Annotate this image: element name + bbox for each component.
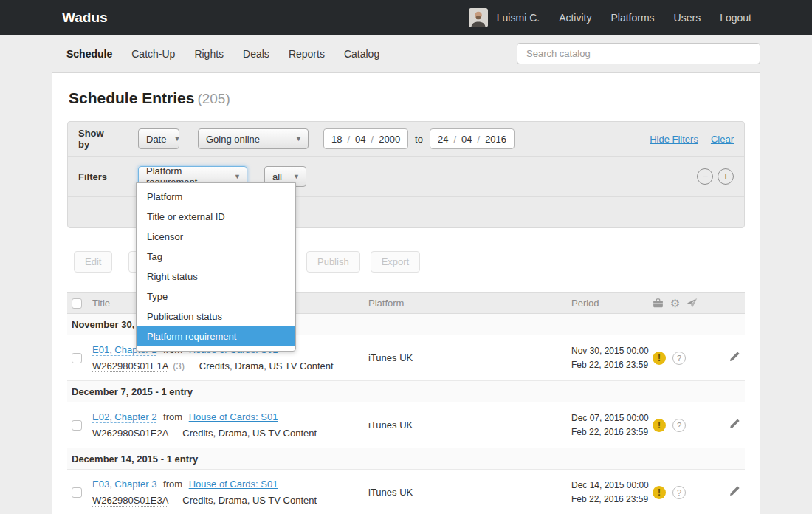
topbar: Wadus Luismi C. Activity Platforms Users… <box>0 0 812 35</box>
nav-users[interactable]: Users <box>674 12 701 24</box>
external-id: W262980S01E3A <box>92 495 168 507</box>
dropdown-item-selected[interactable]: Platform requirement <box>137 326 295 346</box>
chevron-down-icon: ▼ <box>295 135 302 143</box>
period-start: Dec 14, 2015 00:00 <box>571 479 653 493</box>
avatar-image <box>469 8 488 27</box>
chevron-down-icon: ▼ <box>293 173 300 180</box>
date-from-input[interactable]: 18 / 04 / 2000 <box>323 128 408 149</box>
entry-platform: iTunes UK <box>368 352 571 363</box>
dropdown-item[interactable]: Right status <box>137 267 295 287</box>
show-by-label: Show by <box>78 128 117 150</box>
period-start: Dec 07, 2015 00:00 <box>571 411 653 425</box>
nav-platforms[interactable]: Platforms <box>610 12 654 24</box>
table-row: E03, Chapter 3 from House of Cards: S01 … <box>67 470 745 514</box>
dropdown-item[interactable]: Type <box>137 287 295 306</box>
export-button[interactable]: Export <box>371 251 421 273</box>
entry-platform: iTunes UK <box>368 487 571 498</box>
entry-platform: iTunes UK <box>368 419 571 431</box>
tab-catch-up[interactable]: Catch-Up <box>131 48 175 60</box>
column-period: Period <box>571 298 653 309</box>
edit-pencil-icon[interactable] <box>729 485 740 497</box>
group-header: December 14, 2015 - 1 entry <box>67 448 745 470</box>
page-title: Schedule Entries(205) <box>69 89 745 107</box>
add-filter-button[interactable]: + <box>718 168 734 185</box>
page-title-text: Schedule Entries <box>69 89 194 106</box>
tab-schedule[interactable]: Schedule <box>66 48 112 60</box>
episode-link[interactable]: E03, Chapter 3 <box>92 479 156 490</box>
date-from-day: 18 <box>331 134 342 145</box>
group-header: December 7, 2015 - 1 entry <box>67 381 745 402</box>
period-start: Nov 30, 2015 00:00 <box>571 344 653 358</box>
external-id-note: (3) <box>173 360 185 371</box>
dropdown-item[interactable]: Tag <box>137 247 295 267</box>
series-link[interactable]: House of Cards: S01 <box>189 411 278 422</box>
external-id: W262980S01E2A <box>92 428 168 439</box>
slash-separator: / <box>478 134 481 145</box>
dropdown-item[interactable]: Title or external ID <box>137 207 295 227</box>
show-by-row: Show by Date ▼ Going online ▼ 18 / 04 / … <box>68 122 744 156</box>
show-by-value: Date <box>146 134 166 145</box>
date-from-year: 2000 <box>379 134 400 145</box>
date-from-month: 04 <box>355 134 365 145</box>
dropdown-item[interactable]: Licensor <box>137 227 295 247</box>
remove-filter-button[interactable]: − <box>697 168 713 185</box>
tab-reports[interactable]: Reports <box>289 48 325 60</box>
warning-icon: ! <box>653 486 666 499</box>
dropdown-item[interactable]: Publication status <box>137 306 295 326</box>
column-platform: Platform <box>368 298 571 309</box>
nav-logout[interactable]: Logout <box>720 12 751 24</box>
row-checkbox[interactable] <box>72 487 82 498</box>
edit-button[interactable]: Edit <box>74 251 112 273</box>
user-menu[interactable]: Luismi C. <box>497 12 540 24</box>
series-link[interactable]: House of Cards: S01 <box>189 479 278 490</box>
event-select[interactable]: Going online ▼ <box>198 128 309 149</box>
chevron-down-icon: ▼ <box>173 135 180 143</box>
brand-logo[interactable]: Wadus <box>62 10 108 26</box>
slash-separator: / <box>453 134 456 145</box>
warning-icon: ! <box>653 419 666 432</box>
date-to-input[interactable]: 24 / 04 / 2016 <box>430 128 515 149</box>
to-label: to <box>415 134 423 145</box>
send-icon <box>687 298 698 309</box>
clear-link[interactable]: Clear <box>711 134 734 145</box>
search-input[interactable] <box>517 43 760 64</box>
help-icon[interactable]: ? <box>672 352 686 365</box>
row-checkbox[interactable] <box>72 420 82 431</box>
topbar-right: Luismi C. Activity Platforms Users Logou… <box>469 8 751 27</box>
tab-rights[interactable]: Rights <box>194 48 224 60</box>
gear-icon: ⚙ <box>670 298 680 309</box>
date-to-year: 2016 <box>485 134 506 145</box>
publish-button[interactable]: Publish <box>306 251 360 273</box>
main-card: Schedule Entries(205) Show by Date ▼ Goi… <box>52 72 760 514</box>
entry-tags: Credits, Drama, US TV Content <box>182 495 317 506</box>
tab-catalog[interactable]: Catalog <box>344 48 379 60</box>
hide-filters-link[interactable]: Hide Filters <box>650 134 698 145</box>
section-nav: Schedule Catch-Up Rights Deals Reports C… <box>0 35 812 72</box>
help-icon[interactable]: ? <box>672 419 686 432</box>
edit-pencil-icon[interactable] <box>729 418 740 430</box>
dropdown-item[interactable]: Platform <box>137 187 295 207</box>
entry-tags: Credits, Drama, US TV Content <box>199 360 334 371</box>
entry-count: (205) <box>197 91 230 106</box>
date-to-month: 04 <box>461 134 472 145</box>
edit-pencil-icon[interactable] <box>729 351 740 363</box>
row-checkbox[interactable] <box>72 353 82 363</box>
table-row: E02, Chapter 2 from House of Cards: S01 … <box>67 402 745 448</box>
user-avatar[interactable] <box>469 8 488 27</box>
nav-activity[interactable]: Activity <box>559 12 591 24</box>
briefcase-icon <box>653 298 664 309</box>
from-text: from <box>163 411 182 422</box>
chevron-down-icon: ▼ <box>234 173 241 180</box>
episode-link[interactable]: E02, Chapter 2 <box>92 411 156 423</box>
help-icon[interactable]: ? <box>672 486 686 499</box>
tab-deals[interactable]: Deals <box>243 48 269 60</box>
show-by-select[interactable]: Date ▼ <box>138 128 179 149</box>
warning-icon: ! <box>653 352 666 365</box>
group-label: December 7, 2015 - 1 entry <box>72 386 193 397</box>
select-all-checkbox[interactable] <box>72 298 82 309</box>
event-value: Going online <box>206 134 260 145</box>
period-end: Feb 22, 2016 23:59 <box>571 358 653 372</box>
filter-field-dropdown: Platform Title or external ID Licensor T… <box>136 182 296 352</box>
slash-separator: / <box>347 134 350 145</box>
entry-tags: Credits, Drama, US TV Content <box>182 428 317 439</box>
